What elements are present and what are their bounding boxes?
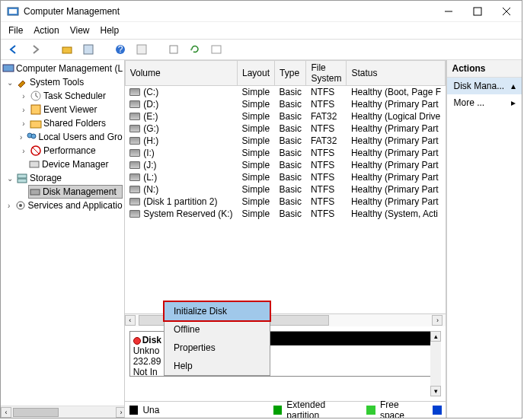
ctx-properties[interactable]: Properties <box>165 339 270 357</box>
expand-icon[interactable]: › <box>19 92 28 100</box>
volume-fs: NTFS <box>306 159 347 171</box>
svg-rect-12 <box>212 46 221 53</box>
not-initialized-icon <box>133 337 141 345</box>
ctx-initialize-disk[interactable]: Initialize Disk <box>165 302 270 320</box>
table-row[interactable]: (D:)SimpleBasicNTFSHealthy (Primary Part <box>125 98 446 110</box>
table-row[interactable]: (E:)SimpleBasicFAT32Healthy (Logical Dri… <box>125 110 446 123</box>
ctx-offline[interactable]: Offline <box>165 320 270 339</box>
toolbar-icon-5[interactable] <box>208 42 225 57</box>
volume-fs: NTFS <box>306 86 347 99</box>
volume-name: (N:) <box>143 184 158 195</box>
scroll-left-icon[interactable]: ‹ <box>1 407 11 418</box>
tree-root[interactable]: Computer Management (L <box>2 62 123 75</box>
toolbar-icon-3[interactable] <box>133 42 150 57</box>
tree-performance[interactable]: › Performance <box>19 144 123 158</box>
volume-status: Healthy (Primary Part <box>347 123 446 135</box>
scroll-right-icon[interactable]: › <box>116 407 125 418</box>
volume-list[interactable]: Volume Layout Type File System Status (C… <box>125 60 446 314</box>
volume-icon <box>129 173 140 181</box>
svg-rect-22 <box>18 174 27 178</box>
toolbar: ? <box>1 40 522 60</box>
toolbar-icon-2[interactable] <box>80 42 97 57</box>
menu-help[interactable]: Help <box>101 25 120 36</box>
actions-disk-management[interactable]: Disk Mana... ▴ <box>447 78 522 94</box>
collapse-icon[interactable]: ⌄ <box>5 174 14 183</box>
volume-name: (E:) <box>143 111 158 122</box>
device-icon <box>28 158 40 170</box>
volume-name: (I:) <box>143 148 155 158</box>
tree-task-scheduler[interactable]: › Task Scheduler <box>19 89 123 103</box>
volume-type: Basic <box>275 196 306 208</box>
tree-local-users[interactable]: › Local Users and Gro <box>19 130 123 144</box>
col-volume[interactable]: Volume <box>125 61 237 86</box>
menu-file[interactable]: File <box>8 25 23 36</box>
table-row[interactable]: (C:)SimpleBasicNTFSHealthy (Boot, Page F <box>125 86 446 99</box>
expand-icon[interactable]: › <box>19 119 28 128</box>
svg-line-20 <box>32 147 40 154</box>
col-type[interactable]: Type <box>275 61 306 86</box>
toolbar-icon-4[interactable] <box>165 42 182 57</box>
ctx-help[interactable]: Help <box>165 357 270 375</box>
svg-rect-15 <box>31 105 40 114</box>
collapse-icon[interactable]: ⌄ <box>5 78 14 87</box>
table-row[interactable]: (H:)SimpleBasicFAT32Healthy (Primary Par… <box>125 135 446 147</box>
expand-icon[interactable]: › <box>5 202 13 210</box>
toolbar-icon-1[interactable] <box>59 42 75 57</box>
tree-device-manager[interactable]: Device Manager <box>28 158 123 171</box>
refresh-icon[interactable] <box>187 42 203 57</box>
tree-systools[interactable]: ⌄ System Tools <box>5 75 123 89</box>
tree-storage[interactable]: ⌄ Storage <box>5 171 123 185</box>
actions-header: Actions <box>447 60 522 78</box>
users-icon <box>25 131 37 143</box>
disk-vscrollbar[interactable]: ▴ ▾ <box>430 331 441 396</box>
volume-type: Basic <box>275 110 306 123</box>
help-icon[interactable]: ? <box>112 42 129 57</box>
volume-fs: NTFS <box>306 171 347 183</box>
col-layout[interactable]: Layout <box>238 61 275 86</box>
tree-hscrollbar[interactable]: ‹ › <box>1 406 125 418</box>
table-row[interactable]: (G:)SimpleBasicNTFSHealthy (Primary Part <box>125 123 446 135</box>
tree-shared-folders[interactable]: › Shared Folders <box>19 116 123 130</box>
nav-tree[interactable]: Computer Management (L ⌄ System Tools › … <box>1 60 125 418</box>
volume-icon <box>129 210 140 218</box>
maximize-button[interactable] <box>468 3 487 20</box>
scroll-down-icon[interactable]: ▾ <box>430 386 441 396</box>
expand-icon[interactable]: › <box>19 106 28 114</box>
scroll-up-icon[interactable]: ▴ <box>430 331 441 342</box>
tree-event-viewer[interactable]: › Event Viewer <box>19 103 123 116</box>
table-row[interactable]: (J:)SimpleBasicNTFSHealthy (Primary Part <box>125 159 446 171</box>
back-button[interactable] <box>5 42 22 57</box>
close-button[interactable] <box>497 3 516 20</box>
context-menu: Initialize Disk Offline Properties Help <box>164 301 270 376</box>
volume-fs: NTFS <box>306 183 347 196</box>
scroll-thumb[interactable] <box>13 408 59 417</box>
scroll-right-icon[interactable]: › <box>432 315 443 326</box>
minimize-button[interactable] <box>439 3 458 20</box>
menu-action[interactable]: Action <box>34 25 59 36</box>
volume-layout: Simple <box>238 159 275 171</box>
menu-view[interactable]: View <box>70 25 90 36</box>
scroll-left-icon[interactable]: ‹ <box>125 315 136 326</box>
volume-layout: Simple <box>238 110 275 123</box>
expand-icon[interactable]: › <box>19 133 24 142</box>
legend-extended-label: Extended partition <box>286 399 359 418</box>
forward-button[interactable] <box>27 42 43 57</box>
chevron-right-icon: ▸ <box>511 97 516 108</box>
volume-icon <box>129 149 140 157</box>
table-row[interactable]: (Disk 1 partition 2)SimpleBasicNTFSHealt… <box>125 196 446 208</box>
services-icon <box>14 199 27 212</box>
tree-disk-management[interactable]: Disk Management <box>28 185 123 199</box>
volume-layout: Simple <box>238 147 275 159</box>
volume-type: Basic <box>275 86 306 99</box>
volume-fs: NTFS <box>306 123 347 135</box>
table-row[interactable]: System Reserved (K:)SimpleBasicNTFSHealt… <box>125 208 446 220</box>
volume-type: Basic <box>275 159 306 171</box>
col-status[interactable]: Status <box>347 61 446 86</box>
col-filesystem[interactable]: File System <box>306 61 347 86</box>
table-row[interactable]: (L:)SimpleBasicNTFSHealthy (Primary Part <box>125 171 446 183</box>
expand-icon[interactable]: › <box>19 147 28 155</box>
table-row[interactable]: (N:)SimpleBasicNTFSHealthy (Primary Part <box>125 183 446 196</box>
table-row[interactable]: (I:)SimpleBasicNTFSHealthy (Primary Part <box>125 147 446 159</box>
actions-more[interactable]: More ... ▸ <box>447 94 522 111</box>
tree-services[interactable]: › Services and Applicatio <box>5 199 123 212</box>
